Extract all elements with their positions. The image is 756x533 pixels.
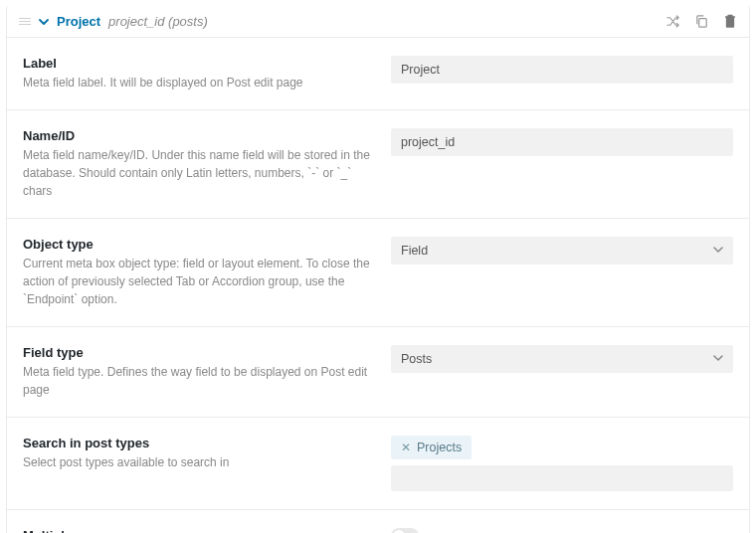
row-label: Label Meta field label. It will be displ… bbox=[7, 38, 749, 110]
close-icon[interactable]: ✕ bbox=[401, 441, 411, 454]
svg-rect-0 bbox=[699, 19, 707, 27]
field-desc: Select post types available to search in bbox=[23, 453, 371, 471]
row-multiple: Multiple Allow to select multiple values bbox=[7, 510, 749, 533]
field-desc: Current meta box object type: field or l… bbox=[23, 255, 371, 308]
field-type-select[interactable]: Posts bbox=[391, 345, 733, 373]
shuffle-icon[interactable] bbox=[665, 14, 680, 29]
row-name-id: Name/ID Meta field name/key/ID. Under th… bbox=[7, 110, 749, 219]
multiple-toggle[interactable] bbox=[391, 528, 419, 533]
chevron-down-icon bbox=[713, 244, 723, 258]
field-title: Multiple bbox=[23, 528, 371, 533]
field-title: Object type bbox=[23, 237, 371, 252]
copy-icon[interactable] bbox=[694, 14, 709, 29]
object-type-select[interactable]: Field bbox=[391, 237, 733, 265]
meta-field-card: Project project_id (posts) Label Meta fi… bbox=[6, 6, 750, 533]
chevron-down-icon bbox=[713, 352, 723, 366]
label-input[interactable] bbox=[391, 56, 733, 84]
field-title: Search in post types bbox=[23, 436, 371, 450]
select-value: Field bbox=[401, 244, 428, 258]
row-object-type: Object type Current meta box object type… bbox=[7, 219, 749, 327]
name-id-input[interactable] bbox=[391, 128, 733, 156]
trash-icon[interactable] bbox=[723, 14, 737, 29]
field-title: Name/ID bbox=[23, 128, 371, 143]
tag-label: Projects bbox=[417, 441, 462, 454]
card-meta: project_id (posts) bbox=[108, 14, 208, 29]
row-field-type: Field type Meta field type. Defines the … bbox=[7, 327, 749, 418]
field-title: Label bbox=[23, 56, 371, 71]
field-title: Field type bbox=[23, 345, 371, 360]
field-desc: Meta field label. It will be displayed o… bbox=[23, 74, 371, 91]
field-desc: Meta field type. Defines the way field t… bbox=[23, 363, 371, 399]
row-search-post-types: Search in post types Select post types a… bbox=[7, 418, 749, 510]
card-header: Project project_id (posts) bbox=[7, 6, 749, 38]
header-actions bbox=[665, 14, 737, 29]
post-types-tags: ✕ Projects bbox=[391, 436, 733, 459]
field-desc: Meta field name/key/ID. Under this name … bbox=[23, 146, 371, 200]
post-types-search-input[interactable] bbox=[391, 465, 733, 491]
card-title[interactable]: Project bbox=[57, 14, 100, 29]
chevron-down-icon[interactable] bbox=[39, 17, 49, 27]
select-value: Posts bbox=[401, 352, 432, 366]
drag-handle-icon[interactable] bbox=[19, 18, 31, 25]
tag-item: ✕ Projects bbox=[391, 436, 472, 459]
